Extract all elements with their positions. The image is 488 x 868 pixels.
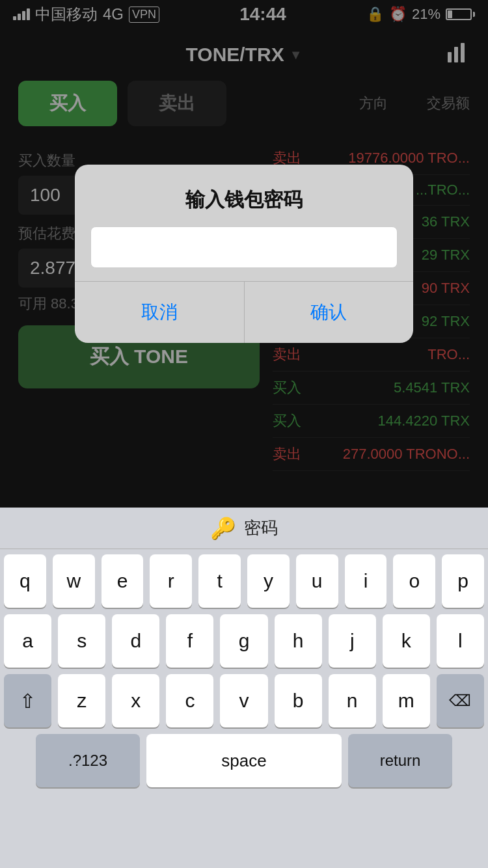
key-b[interactable]: b <box>275 674 322 727</box>
keyboard-area: 🔑 密码 q w e r t y u i o p a s d f g h j k… <box>0 508 488 868</box>
keyboard-row-1: q w e r t y u i o p <box>4 554 484 608</box>
key-v[interactable]: v <box>220 674 267 727</box>
key-e[interactable]: e <box>102 554 144 608</box>
key-k[interactable]: k <box>383 614 430 668</box>
key-q[interactable]: q <box>4 554 46 608</box>
numbers-key[interactable]: .?123 <box>36 734 140 787</box>
key-r[interactable]: r <box>150 554 192 608</box>
key-x[interactable]: x <box>112 674 159 727</box>
key-d[interactable]: d <box>112 614 159 668</box>
keyboard-row-2: a s d f g h j k l <box>4 614 484 668</box>
shift-key[interactable]: ⇧ <box>4 674 51 727</box>
password-input[interactable] <box>90 226 398 268</box>
key-icon: 🔑 <box>210 516 236 541</box>
key-t[interactable]: t <box>198 554 241 608</box>
key-w[interactable]: w <box>53 554 95 608</box>
key-y[interactable]: y <box>247 554 290 608</box>
key-z[interactable]: z <box>58 674 105 727</box>
key-f[interactable]: f <box>166 614 213 668</box>
keyboard-row-4: .?123 space return <box>4 734 484 787</box>
password-dialog: 输入钱包密码 取消 确认 <box>75 165 413 343</box>
return-key[interactable]: return <box>348 734 452 787</box>
key-j[interactable]: j <box>329 614 376 668</box>
key-s[interactable]: s <box>58 614 105 668</box>
key-o[interactable]: o <box>393 554 435 608</box>
dialog-buttons: 取消 确认 <box>75 281 413 343</box>
key-a[interactable]: a <box>4 614 51 668</box>
key-g[interactable]: g <box>220 614 267 668</box>
key-l[interactable]: l <box>437 614 484 668</box>
key-n[interactable]: n <box>329 674 376 727</box>
key-h[interactable]: h <box>275 614 322 668</box>
space-key[interactable]: space <box>146 734 342 787</box>
key-u[interactable]: u <box>296 554 338 608</box>
dialog-overlay: 输入钱包密码 取消 确认 <box>0 0 488 508</box>
key-i[interactable]: i <box>345 554 387 608</box>
keyboard-password-label: 密码 <box>244 517 278 539</box>
backspace-key[interactable]: ⌫ <box>437 674 484 727</box>
confirm-button[interactable]: 确认 <box>245 282 414 343</box>
dialog-input-wrap <box>90 226 398 268</box>
key-m[interactable]: m <box>383 674 430 727</box>
keyboard-rows: q w e r t y u i o p a s d f g h j k l ⇧ … <box>0 549 488 787</box>
key-c[interactable]: c <box>166 674 213 727</box>
keyboard-row-3: ⇧ z x c v b n m ⌫ <box>4 674 484 727</box>
keyboard-header: 🔑 密码 <box>0 508 488 549</box>
key-p[interactable]: p <box>442 554 484 608</box>
cancel-button[interactable]: 取消 <box>75 282 245 343</box>
dialog-title: 输入钱包密码 <box>75 165 413 226</box>
